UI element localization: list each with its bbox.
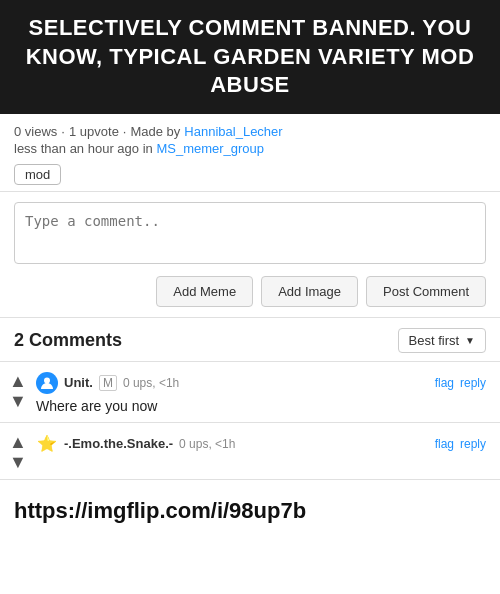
flag-link[interactable]: flag — [435, 376, 454, 390]
sep1: · — [61, 124, 65, 139]
meta-line1: 0 views · 1 upvote · Made by Hannibal_Le… — [14, 124, 486, 139]
svg-point-0 — [44, 377, 50, 383]
comment-username: -.Emo.the.Snake.- — [64, 436, 173, 451]
add-image-button[interactable]: Add Image — [261, 276, 358, 307]
comments-header: 2 Comments Best first ▼ — [0, 318, 500, 362]
vote-col: ▲ ▼ — [8, 433, 28, 471]
comment-input-section: Add Meme Add Image Post Comment — [0, 192, 500, 318]
tag-badge[interactable]: mod — [14, 164, 61, 185]
reply-link[interactable]: reply — [460, 437, 486, 451]
comments-count: 2 Comments — [14, 330, 122, 351]
meta-section: 0 views · 1 upvote · Made by Hannibal_Le… — [0, 114, 500, 192]
comment-content: ⭐ -.Emo.the.Snake.- 0 ups, <1h flag repl… — [34, 433, 486, 455]
author-link[interactable]: Hannibal_Lecher — [184, 124, 282, 139]
comment-content: Unit. M 0 ups, <1h flag reply Where are … — [34, 372, 486, 414]
made-by-label: Made by — [130, 124, 180, 139]
upvotes-count: 1 upvote — [69, 124, 119, 139]
comment-textarea[interactable] — [14, 202, 486, 264]
time-label: less than an hour ago in — [14, 141, 153, 156]
flag-reply: flag reply — [435, 376, 486, 390]
add-meme-button[interactable]: Add Meme — [156, 276, 253, 307]
ups-time: 0 ups, <1h — [123, 376, 179, 390]
comment-row: ▲ ▼ Unit. M 0 ups, <1h flag reply Wh — [0, 362, 500, 423]
flag-reply: flag reply — [435, 437, 486, 451]
vote-col: ▲ ▼ — [8, 372, 28, 410]
sort-label: Best first — [409, 333, 460, 348]
comment-actions: Add Meme Add Image Post Comment — [14, 276, 486, 307]
chevron-down-icon: ▼ — [465, 335, 475, 346]
group-link[interactable]: MS_memer_group — [156, 141, 264, 156]
rank-badge: M — [99, 375, 117, 391]
comment-row: ▲ ▼ ⭐ -.Emo.the.Snake.- 0 ups, <1h flag … — [0, 423, 500, 480]
reply-link[interactable]: reply — [460, 376, 486, 390]
avatar — [36, 372, 58, 394]
flag-link[interactable]: flag — [435, 437, 454, 451]
bottom-url-link[interactable]: https://imgflip.com/i/98up7b — [0, 480, 500, 536]
sep2: · — [123, 124, 127, 139]
star-icon: ⭐ — [36, 433, 58, 455]
comment-meta: ⭐ -.Emo.the.Snake.- 0 ups, <1h flag repl… — [36, 433, 486, 455]
downvote-button[interactable]: ▼ — [9, 453, 27, 471]
post-comment-button[interactable]: Post Comment — [366, 276, 486, 307]
top-banner: SELECTIVELY COMMENT BANNED. YOU KNOW, TY… — [0, 0, 500, 114]
ups-time: 0 ups, <1h — [179, 437, 235, 451]
meta-line2: less than an hour ago in MS_memer_group — [14, 141, 486, 156]
comment-text: Where are you now — [36, 398, 486, 414]
views-count: 0 views — [14, 124, 57, 139]
sort-dropdown[interactable]: Best first ▼ — [398, 328, 486, 353]
upvote-button[interactable]: ▲ — [9, 433, 27, 451]
comment-meta: Unit. M 0 ups, <1h flag reply — [36, 372, 486, 394]
comments-section: 2 Comments Best first ▼ ▲ ▼ Unit. M 0 up… — [0, 318, 500, 480]
comment-username: Unit. — [64, 375, 93, 390]
upvote-button[interactable]: ▲ — [9, 372, 27, 390]
downvote-button[interactable]: ▼ — [9, 392, 27, 410]
